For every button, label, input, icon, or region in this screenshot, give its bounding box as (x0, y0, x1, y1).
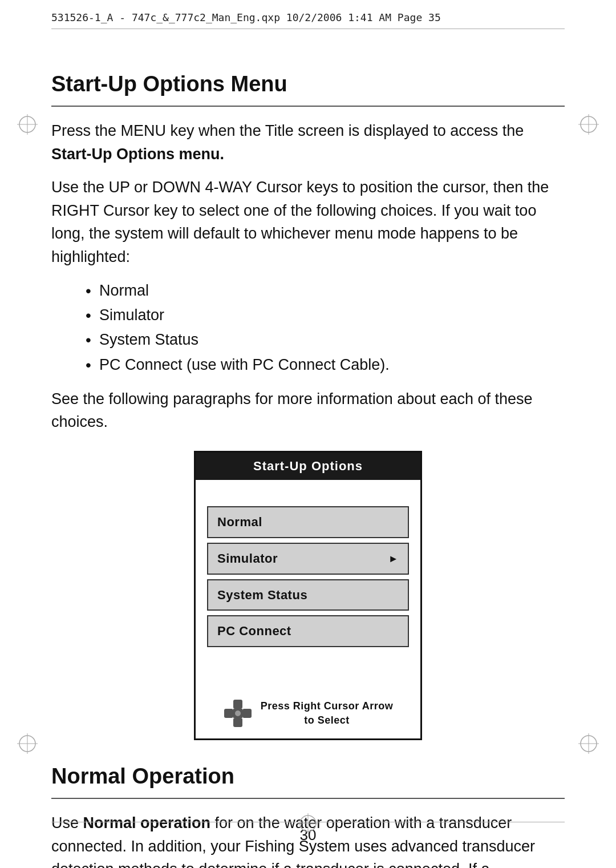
dpad-icon (223, 699, 253, 728)
arrow-icon: ► (388, 551, 399, 566)
section1-para2: Use the UP or DOWN 4-WAY Cursor keys to … (51, 176, 565, 268)
section1-para3: See the following paragraphs for more in… (51, 387, 565, 434)
menu-item-simulator: Simulator ► (207, 543, 409, 575)
svg-point-17 (235, 710, 241, 716)
svg-rect-13 (233, 718, 242, 727)
device-title-bar: Start-Up Options (196, 453, 420, 480)
menu-item-normal: Normal (207, 506, 409, 538)
menu-item-pc-connect: PC Connect (207, 615, 409, 647)
device-screen-container: Start-Up Options Normal Simulator ► Syst… (51, 451, 565, 740)
svg-rect-15 (242, 709, 252, 718)
list-item: PC Connect (use with PC Connect Cable). (86, 353, 565, 377)
list-item: Simulator (86, 303, 565, 328)
menu-item-system-status: System Status (207, 579, 409, 611)
section1-para1: Press the MENU key when the Title screen… (51, 119, 565, 165)
section1-title: Start-Up Options Menu (51, 68, 565, 107)
section2-title: Normal Operation (51, 761, 565, 799)
list-item: System Status (86, 328, 565, 352)
reg-mark-bottom-center (298, 813, 318, 834)
svg-rect-12 (233, 700, 242, 709)
device-footer: Press Right Cursor Arrow to Select (196, 689, 420, 738)
device-footer-text: Press Right Cursor Arrow to Select (261, 699, 393, 728)
svg-rect-14 (224, 709, 233, 718)
list-item: Normal (86, 278, 565, 303)
device-screen: Start-Up Options Normal Simulator ► Syst… (194, 451, 422, 740)
bullet-list: Normal Simulator System Status PC Connec… (86, 278, 565, 377)
header-meta: 531526-1_A - 747c_&_777c2_Man_Eng.qxp 10… (51, 10, 565, 29)
device-body: Normal Simulator ► System Status PC Conn… (196, 480, 420, 690)
